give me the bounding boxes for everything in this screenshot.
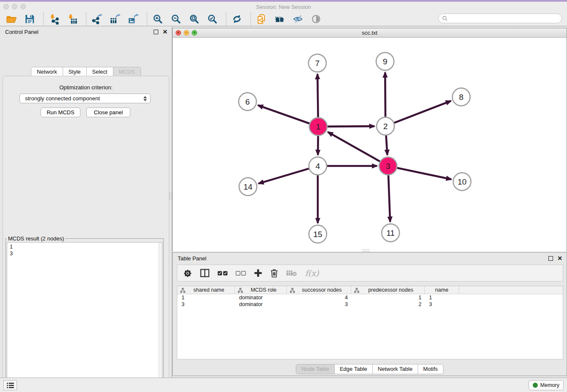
memory-status-icon — [533, 383, 538, 388]
export-network-button[interactable] — [91, 13, 103, 25]
search-icon — [442, 16, 448, 21]
maximize-window-button[interactable] — [20, 4, 26, 9]
deselect-all-checkboxes-button[interactable] — [236, 268, 246, 279]
apply-layout-button[interactable] — [231, 13, 243, 25]
graph-node-4[interactable]: 4 — [309, 157, 327, 175]
table-row[interactable]: 3dominator323 — [177, 301, 563, 308]
column-header-shared-name[interactable]: shared name — [177, 286, 235, 294]
criterion-dropdown[interactable]: strongly connected component — [19, 94, 151, 103]
zoom-in-button[interactable] — [151, 13, 164, 25]
network-window-titlebar[interactable]: × − + scc.txt — [173, 28, 567, 38]
close-panel-icon[interactable]: ✕ — [162, 29, 168, 35]
float-panel-icon[interactable] — [154, 30, 158, 34]
vertical-splitter-grip[interactable] — [169, 192, 171, 200]
split-pane-button[interactable] — [200, 268, 209, 279]
show-graphics-details-button[interactable] — [310, 13, 322, 25]
column-header-name[interactable]: name — [425, 286, 459, 294]
mcds-result-list[interactable]: 1 3 — [7, 242, 162, 392]
tab-motifs[interactable]: Motifs — [418, 364, 443, 374]
column-header-successor-nodes[interactable]: successor nodes — [287, 286, 351, 294]
cell-successor-nodes[interactable]: 3 — [287, 301, 351, 308]
cell-MCDS-role[interactable]: dominator — [235, 294, 287, 301]
select-all-checkboxes-button[interactable] — [217, 268, 228, 279]
graph-edge-2-3[interactable] — [386, 134, 387, 155]
close-panel-button[interactable]: Close panel — [86, 108, 130, 117]
result-node-id: 3 — [7, 250, 162, 257]
table-panel-tabs: Node TableEdge TableNetwork TableMotifs — [173, 364, 567, 374]
graph-node-3[interactable]: 3 — [379, 157, 397, 175]
network-canvas[interactable]: 7968124314101511 — [173, 38, 567, 251]
graph-edge-1-2[interactable] — [326, 126, 374, 127]
graph-edge-2-8[interactable] — [393, 101, 451, 123]
cell-MCDS-role[interactable]: dominator — [235, 301, 287, 308]
open-session-button[interactable] — [5, 13, 18, 25]
graph-node-8[interactable]: 8 — [452, 88, 470, 106]
tab-network-table[interactable]: Network Table — [373, 364, 418, 374]
horizontal-splitter-grip[interactable] — [362, 249, 370, 251]
graph-node-7[interactable]: 7 — [308, 54, 326, 72]
cell-shared-name[interactable]: 3 — [177, 301, 235, 308]
import-network-button[interactable] — [48, 13, 61, 25]
cell-predecessor-nodes[interactable]: 1 — [351, 294, 425, 301]
graph-edge-2-9[interactable] — [385, 72, 385, 119]
search-box — [438, 14, 562, 23]
search-input[interactable] — [448, 14, 561, 23]
table-settings-button[interactable] — [183, 268, 192, 279]
delete-table-button[interactable] — [286, 268, 297, 279]
graph-node-9[interactable]: 9 — [376, 52, 394, 70]
graph-node-6[interactable]: 6 — [239, 93, 256, 110]
clone-network-button[interactable] — [255, 13, 268, 25]
svg-text:2: 2 — [383, 122, 388, 131]
cell-name[interactable]: 1 — [425, 294, 459, 301]
graph-node-10[interactable]: 10 — [453, 173, 471, 190]
memory-button[interactable]: Memory — [528, 380, 564, 390]
graph-edge-3-10[interactable] — [396, 168, 451, 179]
graph-edge-1-7[interactable] — [317, 74, 318, 119]
network-minimize-button[interactable]: − — [184, 30, 189, 36]
tab-edge-table[interactable]: Edge Table — [335, 364, 373, 374]
graph-edge-4-14[interactable] — [259, 168, 311, 183]
run-mcds-button[interactable]: Run MCDS — [41, 108, 80, 117]
graph-node-14[interactable]: 14 — [239, 178, 257, 196]
export-table-button[interactable] — [109, 13, 121, 25]
graph-edge-3-1[interactable] — [328, 132, 382, 162]
cell-name[interactable]: 3 — [425, 301, 459, 308]
import-table-button[interactable] — [66, 13, 79, 25]
add-column-button[interactable] — [254, 268, 262, 279]
cell-successor-nodes[interactable]: 4 — [287, 294, 351, 301]
network-close-button[interactable]: × — [176, 30, 181, 36]
table-row[interactable]: 1dominator411 — [177, 294, 563, 301]
cell-shared-name[interactable]: 1 — [177, 294, 235, 301]
svg-text:10: 10 — [457, 177, 466, 186]
task-history-button[interactable] — [3, 380, 17, 390]
graph-edge-3-11[interactable] — [388, 174, 390, 222]
network-maximize-button[interactable]: + — [192, 30, 197, 36]
hide-graphics-details-button[interactable] — [292, 13, 304, 25]
column-header-MCDS-role[interactable]: MCDS role — [235, 286, 287, 294]
delete-column-button[interactable] — [270, 268, 278, 279]
column-header-predecessor-nodes[interactable]: predecessor nodes — [351, 286, 425, 294]
graph-edge-1-4[interactable] — [318, 134, 318, 155]
save-session-button[interactable] — [23, 13, 36, 25]
export-image-button[interactable] — [127, 13, 140, 25]
zoom-fit-button[interactable] — [188, 13, 201, 25]
graph-node-15[interactable]: 15 — [309, 225, 327, 243]
function-builder-button[interactable]: f(x) — [305, 268, 319, 279]
optimization-label: Optimization criterion: — [3, 84, 169, 91]
graph-edge-1-6[interactable] — [258, 105, 311, 124]
float-panel-icon[interactable] — [548, 256, 553, 261]
zoom-out-button[interactable] — [170, 13, 182, 25]
graph-node-11[interactable]: 11 — [382, 224, 399, 242]
graph-node-2[interactable]: 2 — [377, 117, 394, 135]
home-button[interactable] — [273, 13, 286, 25]
minimize-window-button[interactable] — [12, 4, 17, 9]
graph-node-1[interactable]: 1 — [309, 118, 327, 135]
network-graph[interactable]: 7968124314101511 — [173, 38, 567, 251]
close-window-button[interactable] — [3, 4, 9, 9]
close-panel-icon[interactable]: ✕ — [557, 255, 562, 261]
cell-predecessor-nodes[interactable]: 2 — [351, 301, 425, 308]
tab-node-table[interactable]: Node Table — [296, 364, 335, 374]
svg-text:3: 3 — [386, 162, 391, 171]
result-scrollbar[interactable] — [159, 243, 162, 392]
zoom-selected-button[interactable] — [206, 13, 219, 25]
